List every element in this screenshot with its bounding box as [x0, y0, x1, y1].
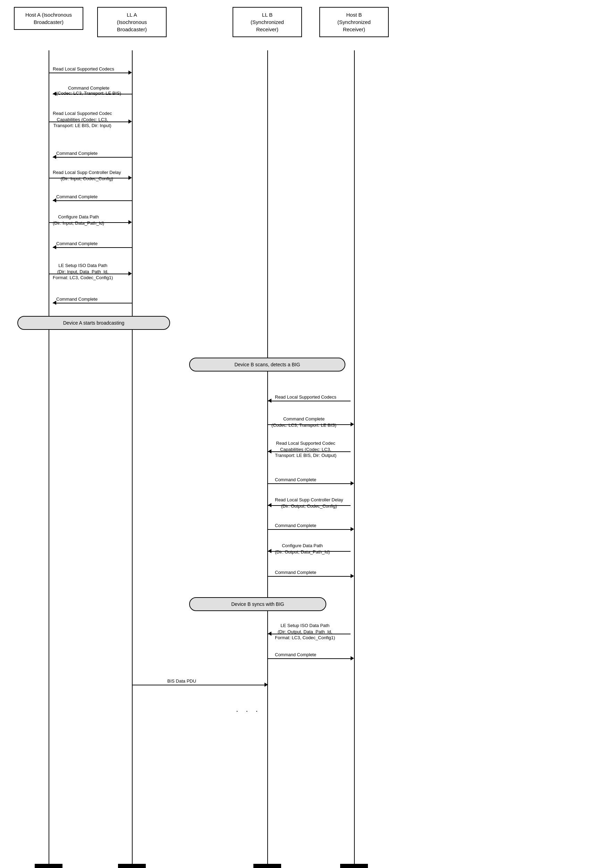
device-b-syncs-label: Device B syncs with BIG	[231, 601, 284, 607]
msg-label: BIS Data PDU	[167, 678, 196, 684]
device-a-broadcasting-box: Device A starts broadcasting	[17, 316, 170, 330]
msg-cmd-complete-7: Command Complete	[268, 479, 354, 488]
msg-config-data-path-2: Configure Data Path(Dir: Output, Data_Pa…	[268, 543, 354, 559]
participant-hostA-label: Host A (Isochronous Broadcaster)	[25, 12, 72, 25]
msg-label: Read Local Supported Codecs	[275, 394, 336, 400]
msg-cmd-complete-3: Command Complete	[49, 195, 132, 205]
msg-label: Command Complete	[275, 570, 316, 575]
msg-label: LE Setup ISO Data Path(Dir: Output, Data…	[275, 623, 335, 641]
msg-label: Configure Data Path(Dir: Output, Data_Pa…	[275, 542, 330, 555]
msg-label: Read Local Supported CodecCapabilities (…	[53, 110, 112, 129]
msg-label: Command Complete(Codec: LC3, Transport: …	[56, 85, 121, 96]
msg-cmd-complete-9: Command Complete	[268, 571, 354, 581]
msg-cmd-complete-2: Command Complete	[49, 152, 132, 162]
msg-cmd-complete-6: Command Complete(Codec: LC3, Transport: …	[268, 417, 354, 432]
msg-read-codecs-1: Read Local Supported Codecs	[49, 68, 132, 78]
msg-label: LE Setup ISO Data Path(Dir: Input, Data_…	[53, 263, 113, 281]
sequence-diagram: { "participants": [ { "id": "hostA", "la…	[0, 0, 597, 868]
device-b-scans-label: Device B scans, detects a BIG	[234, 362, 300, 367]
device-a-broadcasting-label: Device A starts broadcasting	[63, 320, 125, 326]
msg-read-codecs-2: Read Local Supported Codecs	[268, 396, 354, 406]
msg-le-setup-iso-1: LE Setup ISO Data Path(Dir: Input, Data_…	[49, 263, 132, 284]
participant-hostB: Host B(SynchronizedReceiver)	[319, 7, 389, 37]
device-b-syncs-box: Device B syncs with BIG	[189, 597, 326, 611]
device-b-scans-box: Device B scans, detects a BIG	[189, 358, 345, 372]
msg-read-supp-delay-1: Read Local Supp Controller Delay(Dir: In…	[49, 170, 132, 186]
msg-label: Command Complete	[275, 652, 316, 657]
bottom-bar-llB	[253, 864, 281, 868]
msg-read-supp-delay-2: Read Local Supp Controller Delay(Dir: Ou…	[268, 498, 354, 513]
msg-label: Command Complete	[275, 477, 316, 482]
msg-label: Read Local Supp Controller Delay(Dir: In…	[53, 169, 121, 181]
msg-label: Command Complete	[56, 151, 98, 156]
bottom-bar-hostB	[340, 864, 368, 868]
bottom-bar-hostA	[35, 864, 62, 868]
msg-cmd-complete-5: Command Complete	[49, 298, 132, 308]
msg-bis-data-pdu: BIS Data PDU	[132, 680, 268, 690]
ellipsis-dots: . . .	[236, 705, 261, 714]
lifeline-hostB	[354, 51, 355, 868]
msg-read-codec-cap-2: Read Local Supported CodecCapabilities (…	[268, 441, 354, 462]
msg-read-codec-cap: Read Local Supported CodecCapabilities (…	[49, 111, 132, 132]
msg-label: Configure Data Path(Dir: Input, Data_Pat…	[53, 214, 104, 226]
msg-le-setup-iso-2: LE Setup ISO Data Path(Dir: Output, Data…	[268, 623, 354, 644]
msg-label: Command Complete(Codec: LC3, Transport: …	[272, 416, 336, 428]
msg-config-data-path-1: Configure Data Path(Dir: Input, Data_Pat…	[49, 215, 132, 230]
lifeline-llA	[132, 51, 132, 868]
participant-hostB-label: Host B(SynchronizedReceiver)	[337, 12, 371, 32]
msg-label: Command Complete	[56, 194, 98, 199]
msg-label: Command Complete	[275, 523, 316, 528]
msg-label: Command Complete	[56, 241, 98, 246]
msg-cmd-complete-1: Command Complete(Codec: LC3, Transport: …	[49, 86, 132, 102]
msg-label: Command Complete	[56, 297, 98, 302]
msg-label: Read Local Supported CodecCapabilities (…	[275, 440, 336, 459]
participant-llB: LL B(SynchronizedReceiver)	[233, 7, 302, 37]
msg-label: Read Local Supp Controller Delay(Dir: Ou…	[275, 497, 343, 509]
participant-llB-label: LL B(SynchronizedReceiver)	[251, 12, 284, 32]
msg-label: Read Local Supported Codecs	[53, 66, 114, 71]
participant-hostA: Host A (Isochronous Broadcaster)	[14, 7, 83, 30]
participant-llA-label: LL A(IsochronousBroadcaster)	[117, 12, 147, 32]
msg-cmd-complete-10: Command Complete	[268, 653, 354, 663]
bottom-bar-llA	[118, 864, 146, 868]
msg-cmd-complete-4: Command Complete	[49, 242, 132, 252]
msg-cmd-complete-8: Command Complete	[268, 524, 354, 534]
participant-llA: LL A(IsochronousBroadcaster)	[97, 7, 166, 37]
